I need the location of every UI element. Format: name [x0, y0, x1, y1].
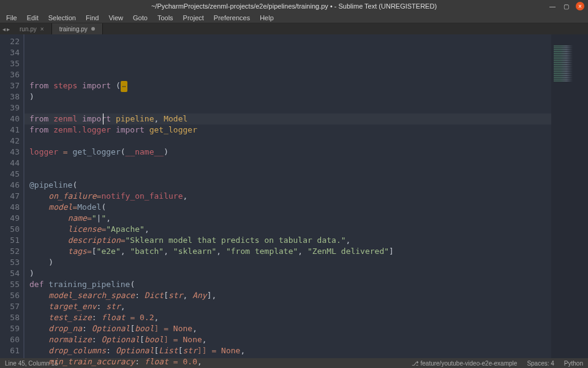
- code-line[interactable]: drop_columns: Optional[List[str]] = None…: [29, 345, 551, 356]
- menu-selection[interactable]: Selection: [45, 13, 80, 23]
- menu-find[interactable]: Find: [82, 13, 102, 23]
- tabstrip: ◂ ▸ run.py×training.py: [0, 23, 588, 34]
- code-line[interactable]: drop_na: Optional[bool] = None,: [29, 323, 551, 334]
- line-number[interactable]: 44: [0, 158, 20, 169]
- code-line[interactable]: on_failure=notify_on_failure,: [29, 191, 551, 202]
- titlebar: ~/PycharmProjects/zenml-projects/e2e/pip…: [0, 0, 588, 12]
- text-cursor: [103, 113, 104, 125]
- line-number[interactable]: 48: [0, 202, 20, 213]
- code-line[interactable]: from steps import (⋯: [29, 80, 551, 91]
- code-line[interactable]: logger = get_logger(__name__): [29, 147, 551, 158]
- line-number[interactable]: 56: [0, 290, 20, 301]
- line-number[interactable]: 41: [0, 125, 20, 136]
- line-number[interactable]: 35: [0, 58, 20, 69]
- line-number[interactable]: 40: [0, 113, 20, 125]
- arrow-right-icon[interactable]: ▸: [7, 26, 10, 33]
- line-number[interactable]: 52: [0, 246, 20, 257]
- code-line[interactable]: description="Sklearn model that predicts…: [29, 235, 551, 246]
- line-number[interactable]: 54: [0, 268, 20, 279]
- code-line[interactable]: ): [29, 268, 551, 279]
- menu-tools[interactable]: Tools: [154, 13, 177, 23]
- line-number[interactable]: 61: [0, 345, 20, 356]
- line-number[interactable]: 45: [0, 169, 20, 180]
- line-number[interactable]: 50: [0, 224, 20, 235]
- line-number[interactable]: 38: [0, 91, 20, 102]
- menu-help[interactable]: Help: [256, 13, 277, 23]
- line-number[interactable]: 60: [0, 334, 20, 345]
- code-line[interactable]: test_size: float = 0.2,: [29, 312, 551, 323]
- code-line[interactable]: target_env: str,: [29, 301, 551, 312]
- line-number[interactable]: 47: [0, 191, 20, 202]
- code-line[interactable]: [29, 158, 551, 169]
- tab-close-icon[interactable]: ×: [40, 26, 44, 33]
- line-number[interactable]: 22: [0, 36, 20, 47]
- line-number[interactable]: 57: [0, 301, 20, 312]
- line-number[interactable]: 53: [0, 257, 20, 268]
- code-line[interactable]: def training_pipeline(: [29, 279, 551, 290]
- arrow-left-icon[interactable]: ◂: [2, 26, 6, 33]
- code-line[interactable]: model_search_space: Dict[str, Any],: [29, 290, 551, 301]
- line-number[interactable]: 37: [0, 80, 20, 91]
- line-number[interactable]: 36: [0, 69, 20, 80]
- menubar: FileEditSelectionFindViewGotoToolsProjec…: [0, 12, 588, 23]
- tab-training-py[interactable]: training.py: [52, 23, 103, 34]
- menu-project[interactable]: Project: [179, 13, 208, 23]
- code-line[interactable]: name="|",: [29, 213, 551, 224]
- line-number[interactable]: 58: [0, 312, 20, 323]
- dirty-indicator-icon: [91, 27, 95, 31]
- code-line[interactable]: [29, 169, 551, 180]
- minimize-button[interactable]: —: [549, 2, 556, 10]
- menu-edit[interactable]: Edit: [23, 13, 42, 23]
- minimap-preview: [554, 45, 586, 94]
- line-number[interactable]: 59: [0, 323, 20, 334]
- window-title: ~/PycharmProjects/zenml-projects/e2e/pip…: [151, 2, 437, 10]
- line-number[interactable]: 43: [0, 147, 20, 158]
- line-number[interactable]: 51: [0, 235, 20, 246]
- minimap[interactable]: [551, 34, 588, 358]
- line-number[interactable]: 42: [0, 136, 20, 147]
- tab-run-py[interactable]: run.py×: [12, 23, 52, 34]
- line-number[interactable]: 55: [0, 279, 20, 290]
- menu-view[interactable]: View: [105, 13, 127, 23]
- code-line[interactable]: from zenml.logger import get_logger: [29, 125, 551, 136]
- close-button[interactable]: ×: [576, 2, 584, 10]
- code-line[interactable]: ): [29, 91, 551, 102]
- code-line[interactable]: tags=["e2e", "batch", "sklearn", "from t…: [29, 246, 551, 257]
- editor-area[interactable]: 2234353637383940414243444546474849505152…: [0, 34, 588, 358]
- menu-file[interactable]: File: [2, 13, 21, 23]
- code-line[interactable]: [29, 102, 551, 113]
- maximize-button[interactable]: ▢: [562, 2, 570, 10]
- tab-label: run.py: [20, 26, 37, 33]
- syntax-language[interactable]: Python: [564, 360, 583, 367]
- current-line-highlight: [24, 113, 551, 125]
- line-number[interactable]: 34: [0, 47, 20, 58]
- line-number-gutter: 2234353637383940414243444546474849505152…: [0, 34, 24, 358]
- line-number[interactable]: 46: [0, 180, 20, 191]
- code-line[interactable]: normalize: Optional[bool] = None,: [29, 334, 551, 345]
- code-line[interactable]: min_train_accuracy: float = 0.0,: [29, 356, 551, 367]
- code-line[interactable]: model=Model(: [29, 202, 551, 213]
- code-editor[interactable]: from steps import (⋯)from zenml import p…: [24, 34, 551, 358]
- tab-label: training.py: [59, 26, 88, 33]
- code-line[interactable]: [29, 136, 551, 147]
- line-number[interactable]: 49: [0, 213, 20, 224]
- code-line[interactable]: @pipeline(: [29, 180, 551, 191]
- menu-preferences[interactable]: Preferences: [210, 13, 254, 23]
- code-line[interactable]: ): [29, 257, 551, 268]
- line-number[interactable]: 39: [0, 102, 20, 113]
- code-line[interactable]: license="Apache",: [29, 224, 551, 235]
- menu-goto[interactable]: Goto: [129, 13, 151, 23]
- tab-nav-arrows[interactable]: ◂ ▸: [0, 23, 12, 34]
